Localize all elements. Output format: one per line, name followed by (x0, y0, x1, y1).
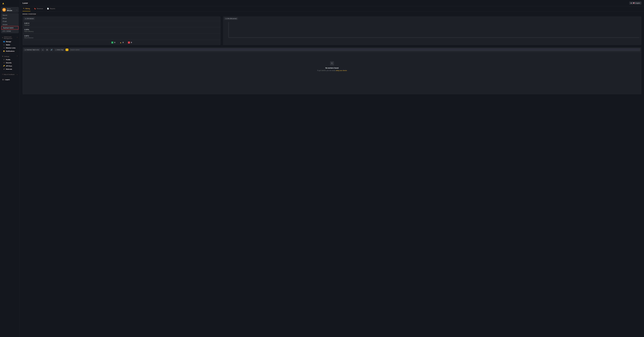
tab-revenue[interactable]: 🔖Revenue (34, 6, 44, 11)
metrics-card: ◷24h Interval 0.00 H Hashrate 0.00% Shar… (22, 16, 221, 45)
users-icon: 👥 (3, 41, 5, 42)
warning-icon: ▲ (120, 42, 122, 44)
coin-item-equihash-switch[interactable]: Equihash Switch (1, 26, 18, 30)
language-selector[interactable]: ◐ 🇺🇸 English (629, 2, 642, 4)
brand-logo[interactable] (0, 1, 19, 6)
worker-status-row: ✓0 ▲0 ⌄0 (22, 40, 221, 45)
sidebar-item-security[interactable]: 🛡Security (0, 61, 19, 64)
sidebar-item-profile[interactable]: ⚇Profile (0, 58, 19, 61)
share-icon: ⇄ (3, 68, 5, 70)
add-tag-button[interactable]: + (66, 48, 68, 51)
bookmark-icon: 🔖 (34, 8, 36, 10)
metric-hashrate: 0.00 H Hashrate (22, 21, 221, 27)
tag-icon: ◇ (56, 49, 56, 50)
select-tags-button[interactable]: ◇Select Tags (54, 48, 65, 51)
workers-card: ◷Hashrate: High to low ⚌ 🗑 🔗 ◇Select Tag… (22, 47, 642, 94)
coin-selector[interactable]: ₿ Mining Bitcoin ⌄ (1, 7, 19, 12)
settings-header[interactable]: ⚙ Settings ⌃ (0, 55, 19, 58)
key-icon: 🔑 (3, 65, 5, 67)
link-icon: 🔗 (51, 49, 52, 50)
chevron-up-icon: ⌃ (16, 37, 18, 38)
bell-icon: 🔔 (3, 50, 5, 52)
user-icon: ⚲ (2, 37, 3, 38)
power-icon: ⏻ (2, 79, 4, 80)
globe-icon: ◐ (631, 2, 632, 4)
plus-icon: + (66, 49, 67, 50)
setup-device-link[interactable]: setup your device (336, 70, 347, 71)
sidebar-item-referrals[interactable]: ⇄Referrals (0, 68, 19, 71)
sidebar-item-logout[interactable]: ⏻Logout (0, 78, 19, 81)
chart-period-pill[interactable]: ◷24h (30d period) (224, 18, 238, 20)
clock-icon: ◷ (25, 49, 26, 50)
workers-toolbar: ◷Hashrate: High to low ⚌ 🗑 🔗 ◇Select Tag… (22, 47, 642, 52)
flag-icon: 🇺🇸 (633, 2, 634, 4)
metric-share-efficiency: 0.00% Share Efficiency (22, 27, 221, 34)
bitcoin-icon: ₿ (2, 8, 6, 12)
topbar: Luxor ◐ 🇺🇸 English (20, 0, 644, 6)
overview-title: MINING OVERVIEW (22, 14, 642, 15)
empty-subtitle: To get started, you can easily setup you… (25, 70, 639, 71)
shield-icon: 🛡 (3, 62, 5, 64)
coin-item-bitcoin[interactable]: Bitcoin (1, 17, 19, 20)
chevron-down-icon: ⌄ (16, 9, 18, 11)
sort-button[interactable]: ◷Hashrate: High to low (24, 48, 40, 51)
error-icon: ⌄ (128, 42, 130, 44)
sidebar-item-api-keys[interactable]: 🔑API Keys (0, 64, 19, 68)
page-title: Luxor (22, 2, 629, 4)
help-header[interactable]: ? Help & Feedback ⌄ (0, 73, 19, 76)
tab-reports[interactable]: 📄Reports (46, 6, 56, 11)
sidebar-item-watcher-links[interactable]: 🖵Watcher Links (0, 46, 19, 50)
chart-axes (228, 22, 639, 38)
luxor-logo-icon (2, 2, 4, 5)
coin-item-ltc-doge[interactable]: LTC + DOGE (1, 30, 19, 33)
sidebar-item-notifications[interactable]: 🔔Notifications (0, 50, 19, 53)
sidebar-item-wallet[interactable]: ▢Wallet (0, 43, 19, 46)
workers-empty-state: ⇱ No workers found To get started, you c… (22, 52, 642, 94)
search-worker-input[interactable] (69, 48, 640, 51)
mining-icon: ⛏ (23, 8, 24, 10)
monitor-icon: 🖵 (3, 47, 5, 49)
interval-pill[interactable]: ◷24h Interval (24, 18, 35, 20)
gear-icon: ⚙ (2, 56, 3, 57)
upload-icon: ⇱ (330, 62, 334, 65)
profile-icon: ⚇ (3, 59, 5, 60)
coin-item-zcash[interactable]: ZCash (1, 20, 19, 23)
chevron-up-icon: ⌃ (16, 56, 18, 57)
chart-card: ◷24h (30d period) (223, 16, 642, 45)
wallet-icon: ▢ (3, 44, 5, 46)
trash-icon: 🗑 (46, 49, 48, 50)
status-warn: ▲0 (120, 42, 124, 44)
main-content: Luxor ◐ 🇺🇸 English ⛏Mining 🔖Revenue 📄Rep… (20, 0, 644, 337)
sliders-icon: ⚌ (42, 49, 43, 50)
clock-icon: ◷ (226, 18, 227, 19)
chevron-down-icon: ⌄ (16, 74, 18, 75)
help-icon: ? (2, 74, 3, 75)
link-button[interactable]: 🔗 (50, 48, 53, 51)
document-icon: 📄 (47, 8, 49, 10)
coin-list: Siacoin Bitcoin ZCash Horizen Equihash S… (1, 13, 19, 33)
coin-selector-label: Mining (7, 8, 15, 10)
sidebar: ₿ Mining Bitcoin ⌄ Siacoin Bitcoin ZCash… (0, 0, 20, 337)
coin-item-horizen[interactable]: Horizen (1, 23, 19, 26)
filter-button[interactable]: ⚌ (41, 48, 44, 51)
sidebar-item-manage[interactable]: 👥Manage (0, 40, 19, 43)
metric-mined-revenue: 0 BTC Mined Revenue (22, 34, 221, 40)
subaccount-header[interactable]: ⚲ Subaccount Management ⌃ (0, 35, 19, 40)
coin-item-siacoin[interactable]: Siacoin (1, 14, 19, 17)
clock-icon: ◷ (25, 18, 26, 19)
main-tabs: ⛏Mining 🔖Revenue 📄Reports (20, 6, 644, 11)
status-err: ⌄0 (128, 42, 132, 44)
delete-button[interactable]: 🗑 (45, 48, 49, 51)
hashrate-chart (223, 21, 642, 40)
tab-mining[interactable]: ⛏Mining (22, 6, 30, 11)
coin-selector-value: Bitcoin (7, 10, 15, 12)
empty-title: No workers found (25, 67, 639, 69)
status-ok: ✓0 (111, 42, 115, 44)
check-icon: ✓ (111, 42, 113, 44)
